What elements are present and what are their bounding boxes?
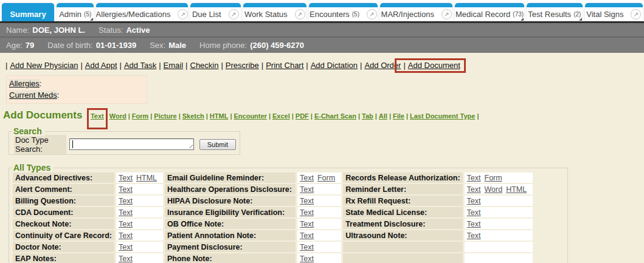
type-link-checkout-note-text[interactable]: Text — [119, 220, 133, 228]
search-input-wrap — [69, 138, 194, 150]
doc-type-link-tab[interactable]: Tab — [362, 112, 373, 120]
type-link-email-guideline-reminder-text[interactable]: Text — [300, 174, 314, 182]
type-link-doctor-note-text[interactable]: Text — [119, 243, 133, 251]
doc-type-link-form[interactable]: Form — [132, 112, 149, 120]
type-link-billing-question-text[interactable]: Text — [119, 197, 133, 205]
doc-type-link-picture[interactable]: Picture — [154, 112, 176, 120]
separator: | — [403, 61, 405, 70]
type-link-state-medical-license-text[interactable]: Text — [467, 208, 481, 217]
tab-summary[interactable]: Summary — [2, 3, 54, 21]
type-links-cell: TextForm — [465, 172, 533, 183]
separator: | — [159, 61, 161, 70]
type-link-records-release-authorization-text[interactable]: Text — [467, 174, 481, 182]
type-link-reminder-letter-html[interactable]: HTML — [506, 185, 527, 194]
page-title: Add Documents — [3, 109, 82, 121]
action-link-print-chart[interactable]: Print Chart — [266, 61, 303, 70]
type-link-phone-note-text[interactable]: Text — [300, 254, 314, 263]
doc-type-link-html[interactable]: HTML — [210, 112, 229, 120]
doc-type-search-input[interactable] — [69, 138, 194, 150]
type-label-cell: Advanced Directives: — [13, 172, 114, 183]
action-link-email[interactable]: Email — [164, 61, 184, 70]
type-link-treatment-disclosure-text[interactable]: Text — [467, 220, 481, 228]
patient-info-bar: Age: 79 Date of birth: 01-01-1939 Sex: M… — [0, 38, 644, 53]
action-link-add-document[interactable]: Add Document — [408, 61, 460, 70]
doc-type-link-pdf[interactable]: PDF — [296, 112, 309, 120]
doc-type-link-e-chart-scan[interactable]: E-Chart Scan — [314, 112, 356, 120]
dropdown-corner-icon — [90, 18, 93, 21]
tab-body: Vital Signs↗ — [585, 7, 643, 21]
doc-type-link-file[interactable]: File — [393, 112, 404, 120]
action-link-prescribe[interactable]: Prescribe — [226, 61, 259, 70]
popout-icon[interactable]: ↗ — [441, 9, 452, 19]
type-link-advanced-directives-text[interactable]: Text — [119, 174, 133, 182]
doc-type-link-word[interactable]: Word — [109, 112, 126, 120]
type-link-payment-disclosure-text[interactable]: Text — [300, 243, 314, 251]
popout-icon[interactable]: ↗ — [295, 9, 305, 19]
separator: | — [261, 61, 263, 70]
all-types-table: Advanced Directives:TextHTMLEmail Guidel… — [11, 171, 535, 263]
tab-vital-signs[interactable]: Vital Signs↗ — [585, 3, 643, 21]
action-link-checkin[interactable]: Checkin — [190, 61, 219, 70]
doc-type-link-encounter[interactable]: Encounter — [234, 112, 266, 120]
allergy-panel: Allergies: Current Meds: — [6, 75, 147, 104]
tab-encounters[interactable]: Encounters(5)↗ — [309, 3, 378, 21]
separator: | — [389, 112, 391, 120]
doc-type-link-excel[interactable]: Excel — [272, 112, 290, 120]
type-link-continuity-of-care-record-text[interactable]: Text — [119, 231, 133, 240]
doc-type-link-text[interactable]: Text — [91, 112, 104, 120]
tab-color-strip — [309, 3, 378, 7]
tab-label: Admin — [59, 10, 81, 19]
type-link-email-guideline-reminder-form[interactable]: Form — [317, 174, 335, 182]
type-link-cda-document-text[interactable]: Text — [119, 208, 133, 217]
type-link-ultrasound-note-text[interactable]: Text — [467, 231, 481, 240]
table-row: Continuity of Care Record:TextPatient An… — [13, 230, 533, 241]
current-meds-link[interactable]: Current Meds — [9, 91, 57, 100]
type-link-patient-annotation-note-text[interactable]: Text — [300, 231, 314, 240]
patient-name-bar: Name: DOE, JOHN L. Status: Active — [0, 23, 644, 38]
type-label-cell — [343, 242, 462, 252]
type-label-cell: OB Office Note: — [165, 219, 296, 229]
tab-test-results[interactable]: Test Results(2) — [527, 3, 583, 21]
tab-admin[interactable]: Admin(5) — [57, 3, 94, 21]
doc-type-link-sketch[interactable]: Sketch — [182, 112, 204, 120]
type-link-reminder-letter-text[interactable]: Text — [467, 185, 481, 194]
tab-body: Summary — [2, 7, 54, 21]
search-section-title: Search — [12, 126, 45, 136]
type-link-alert-comment-text[interactable]: Text — [119, 185, 133, 194]
action-link-add-appt[interactable]: Add Appt — [85, 61, 117, 70]
tab-allergies-medications[interactable]: Allergies/Medications↗ — [96, 3, 187, 21]
tab-bar: SummaryAdmin(5)Allergies/Medications↗Due… — [0, 0, 644, 21]
action-link-add-task[interactable]: Add Task — [124, 61, 156, 70]
type-link-rx-refill-request-text[interactable]: Text — [467, 197, 481, 205]
doc-type-link-last-document-type[interactable]: Last Document Type — [410, 112, 475, 120]
tab-work-status[interactable]: Work Status↗ — [243, 3, 306, 21]
type-link-advanced-directives-html[interactable]: HTML — [136, 174, 157, 182]
separator: | — [306, 61, 308, 70]
type-links-cell: Text — [116, 242, 163, 252]
type-link-insurance-eligibility-verification-text[interactable]: Text — [300, 208, 314, 217]
type-links-cell: Text — [297, 253, 341, 263]
type-link-ob-office-note-text[interactable]: Text — [300, 220, 314, 228]
popout-icon[interactable]: ↗ — [229, 9, 239, 19]
type-link-reminder-letter-word[interactable]: Word — [485, 185, 503, 194]
type-label-cell: HIPAA Disclosure Note: — [165, 196, 296, 206]
tab-color-strip — [57, 3, 94, 7]
action-link-add-new-physician[interactable]: Add New Physician — [10, 61, 78, 70]
popout-icon[interactable]: ↗ — [178, 9, 187, 19]
tab-label: Test Results — [528, 10, 571, 19]
tab-mar-injections[interactable]: MAR/Injections↗ — [380, 3, 452, 21]
type-link-records-release-authorization-form[interactable]: Form — [485, 174, 502, 182]
type-link-eap-notes-text[interactable]: Text — [119, 254, 133, 263]
type-link-healthcare-operations-disclosure-text[interactable]: Text — [300, 185, 314, 194]
type-links-cell — [465, 253, 533, 263]
action-link-add-dictation[interactable]: Add Dictation — [311, 61, 358, 70]
popout-icon[interactable]: ↗ — [367, 9, 377, 19]
doc-type-link-all[interactable]: All — [379, 112, 387, 120]
submit-button[interactable]: Submit — [199, 139, 236, 150]
tab-body: Encounters(5)↗ — [309, 7, 378, 21]
tab-due-list[interactable]: Due List↗ — [190, 3, 241, 21]
type-link-hipaa-disclosure-note-text[interactable]: Text — [300, 197, 314, 205]
allergies-link[interactable]: Allergies — [9, 79, 40, 88]
popout-icon[interactable]: ↗ — [631, 9, 641, 19]
tab-medical-record[interactable]: Medical Record(73) — [455, 3, 524, 21]
